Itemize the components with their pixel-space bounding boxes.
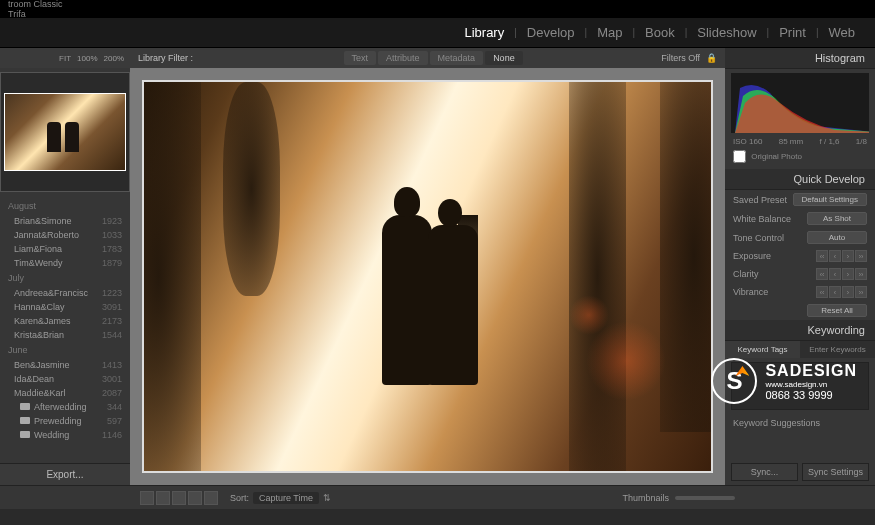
navigator-thumbnail[interactable] <box>0 72 130 192</box>
wb-label: White Balance <box>733 214 791 224</box>
kw-tab-tags[interactable]: Keyword Tags <box>725 341 800 358</box>
quickdev-title: Quick Develop <box>725 169 875 190</box>
module-map[interactable]: Map <box>587 25 632 40</box>
subfolder-item[interactable]: Wedding1146 <box>0 428 130 442</box>
sync-settings-button[interactable]: Sync Settings <box>802 463 869 481</box>
folder-item[interactable]: Karen&James2173 <box>0 314 130 328</box>
filter-metadata[interactable]: Metadata <box>430 51 484 65</box>
toolbar: Sort: Capture Time ⇅ Thumbnails <box>0 485 875 509</box>
folder-item[interactable]: Andreea&Francisc1223 <box>0 286 130 300</box>
watermark-url: www.sadesign.vn <box>765 380 857 389</box>
zoom-100[interactable]: 100% <box>77 54 97 63</box>
subfolder-item[interactable]: Prewedding597 <box>0 414 130 428</box>
sort-direction-icon[interactable]: ⇅ <box>323 493 331 503</box>
folder-item[interactable]: Jannat&Roberto1033 <box>0 228 130 242</box>
app-name: troom Classic <box>8 0 63 9</box>
vibrance-stepper[interactable]: ‹‹‹››› <box>816 286 867 298</box>
thumbnail-slider[interactable] <box>675 496 735 500</box>
vibrance-label: Vibrance <box>733 287 768 297</box>
module-library[interactable]: Library <box>454 25 514 40</box>
folder-item[interactable]: Maddie&Karl2087 <box>0 386 130 400</box>
menubar: troom Classic Trifa <box>0 0 875 18</box>
folder-item[interactable]: Tim&Wendy1879 <box>0 256 130 270</box>
watermark: S SADESIGN www.sadesign.vn 0868 33 9999 <box>711 358 857 404</box>
module-picker: Library| Develop| Map| Book| Slideshow| … <box>0 18 875 48</box>
library-filter-bar: Library Filter : Text Attribute Metadata… <box>130 48 725 68</box>
clarity-stepper[interactable]: ‹‹‹››› <box>816 268 867 280</box>
zoom-200[interactable]: 200% <box>104 54 124 63</box>
sync-button[interactable]: Sync... <box>731 463 798 481</box>
filter-text[interactable]: Text <box>344 51 377 65</box>
sort-label: Sort: <box>230 493 249 503</box>
filter-attribute[interactable]: Attribute <box>378 51 428 65</box>
original-checkbox[interactable] <box>733 150 746 163</box>
right-panel: Histogram ISO 160 85 mm f / 1,6 1/8 Orig… <box>725 48 875 485</box>
saved-preset-label: Saved Preset <box>733 195 787 205</box>
folder-item[interactable]: Liam&Fiona1783 <box>0 242 130 256</box>
folder-item[interactable]: Brian&Simone1923 <box>0 214 130 228</box>
left-panel: FIT 100% 200% AugustBrian&Simone1923Jann… <box>0 48 130 485</box>
folder-group-header[interactable]: July <box>0 270 130 286</box>
navigator-zoom: FIT 100% 200% <box>0 48 130 68</box>
folder-item[interactable]: Krista&Brian1544 <box>0 328 130 342</box>
folders-panel: AugustBrian&Simone1923Jannat&Roberto1033… <box>0 196 130 463</box>
filters-off-toggle[interactable]: Filters Off <box>661 53 700 63</box>
histogram-info: ISO 160 85 mm f / 1,6 1/8 <box>725 135 875 148</box>
module-print[interactable]: Print <box>769 25 816 40</box>
filter-label: Library Filter : <box>138 53 193 63</box>
aperture-value: f / 1,6 <box>820 137 840 146</box>
kw-tab-enter[interactable]: Enter Keywords <box>800 341 875 358</box>
folder-item[interactable]: Ben&Jasmine1413 <box>0 358 130 372</box>
lock-icon[interactable]: 🔒 <box>706 53 717 63</box>
sort-dropdown[interactable]: Capture Time <box>253 492 319 504</box>
keyword-suggestions-label: Keyword Suggestions <box>725 414 875 432</box>
compare-view-icon[interactable] <box>172 491 186 505</box>
tone-auto-button[interactable]: Auto <box>807 231 867 244</box>
module-develop[interactable]: Develop <box>517 25 585 40</box>
watermark-phone: 0868 33 9999 <box>765 389 857 401</box>
exposure-stepper[interactable]: ‹‹‹››› <box>816 250 867 262</box>
histogram[interactable] <box>731 73 869 133</box>
shutter-value: 1/8 <box>856 137 867 146</box>
original-photo-check[interactable]: Original Photo <box>725 148 875 169</box>
keywording-title: Keywording <box>725 320 875 341</box>
user-name: Trifa <box>8 9 63 19</box>
view-mode-icons <box>140 491 218 505</box>
watermark-brand: SADESIGN <box>765 362 857 380</box>
folder-group-header[interactable]: June <box>0 342 130 358</box>
wb-dropdown[interactable]: As Shot <box>807 212 867 225</box>
clarity-label: Clarity <box>733 269 759 279</box>
survey-view-icon[interactable] <box>188 491 202 505</box>
people-view-icon[interactable] <box>204 491 218 505</box>
histogram-title: Histogram <box>725 48 875 69</box>
thumbnails-label: Thumbnails <box>622 493 669 503</box>
filter-none[interactable]: None <box>485 51 523 65</box>
preview-image <box>142 80 713 473</box>
module-web[interactable]: Web <box>819 25 866 40</box>
focal-value: 85 mm <box>779 137 803 146</box>
loupe-view-icon[interactable] <box>156 491 170 505</box>
saved-preset-dropdown[interactable]: Default Settings <box>793 193 867 206</box>
iso-value: ISO 160 <box>733 137 762 146</box>
tone-label: Tone Control <box>733 233 784 243</box>
reset-all-button[interactable]: Reset All <box>807 304 867 317</box>
folder-item[interactable]: Ida&Dean3001 <box>0 372 130 386</box>
module-slideshow[interactable]: Slideshow <box>687 25 766 40</box>
image-viewport[interactable] <box>130 68 725 485</box>
grid-view-icon[interactable] <box>140 491 154 505</box>
export-button[interactable]: Export... <box>0 463 130 485</box>
subfolder-item[interactable]: Afterwedding344 <box>0 400 130 414</box>
center-panel: Library Filter : Text Attribute Metadata… <box>130 48 725 485</box>
folder-item[interactable]: Hanna&Clay3091 <box>0 300 130 314</box>
module-book[interactable]: Book <box>635 25 685 40</box>
watermark-logo-icon: S <box>711 358 757 404</box>
zoom-fit[interactable]: FIT <box>59 54 71 63</box>
exposure-label: Exposure <box>733 251 771 261</box>
folder-group-header[interactable]: August <box>0 198 130 214</box>
